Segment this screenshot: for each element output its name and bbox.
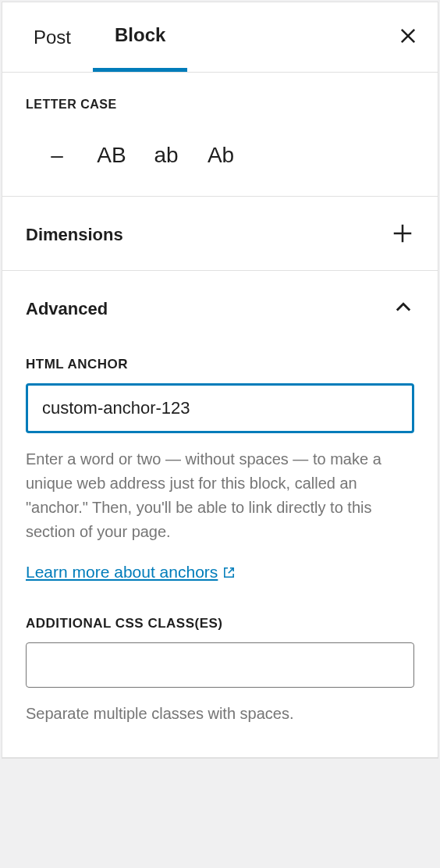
learn-more-text: Learn more about anchors [26,563,218,582]
advanced-chevron-button [392,297,414,322]
advanced-section: Advanced HTML ANCHOR Enter a word or two… [2,271,438,758]
dimensions-title: Dimensions [26,222,123,248]
letter-case-upper[interactable]: AB [96,143,127,168]
close-icon [397,25,419,47]
advanced-title: Advanced [26,296,108,322]
html-anchor-label: HTML ANCHOR [26,357,414,372]
html-anchor-input[interactable] [26,383,414,433]
dimensions-section: Dimensions [2,197,438,271]
external-link-icon [222,566,236,579]
block-settings-panel: Post Block LETTER CASE – AB ab Ab Dimens… [2,2,438,759]
letter-case-label: LETTER CASE [26,98,414,112]
css-classes-help: Separate multiple classes with spaces. [26,702,414,726]
close-button[interactable] [388,16,428,59]
letter-case-options: – AB ab Ab [26,126,414,174]
plus-icon [391,222,414,245]
html-anchor-help: Enter a word or two — without spaces — t… [26,447,414,544]
letter-case-none[interactable]: – [41,143,73,168]
chevron-up-icon [392,297,414,318]
letter-case-section: LETTER CASE – AB ab Ab [2,73,438,197]
learn-more-anchors-link[interactable]: Learn more about anchors [26,563,236,582]
letter-case-capitalize[interactable]: Ab [205,143,236,168]
tabs-bar: Post Block [2,2,438,73]
css-classes-label: ADDITIONAL CSS CLASS(ES) [26,616,414,631]
advanced-toggle[interactable]: Advanced [26,296,414,322]
dimensions-add-button[interactable] [391,222,414,248]
letter-case-lower[interactable]: ab [151,143,182,168]
tab-block[interactable]: Block [93,2,187,72]
tab-post[interactable]: Post [12,5,93,70]
css-classes-input[interactable] [26,642,414,688]
